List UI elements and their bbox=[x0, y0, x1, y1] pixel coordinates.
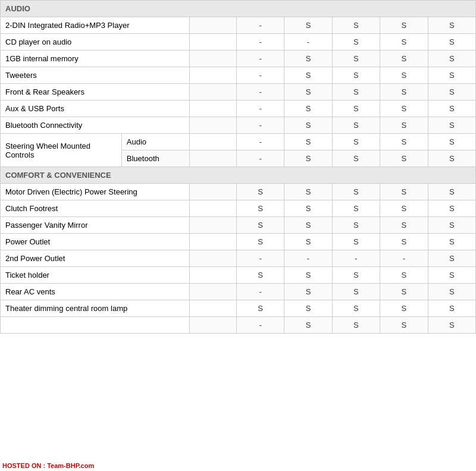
value-cell: S bbox=[428, 267, 475, 284]
value-cell: S bbox=[428, 101, 475, 117]
value-cell: S bbox=[332, 134, 380, 150]
table-row: Bluetooth Connectivity-SSSS bbox=[1, 117, 476, 134]
value-cell: S bbox=[332, 184, 380, 200]
blank-col bbox=[189, 317, 236, 334]
value-cell: S bbox=[332, 117, 380, 134]
blank-col bbox=[189, 217, 236, 234]
table-row: Rear AC vents-SSSS bbox=[1, 284, 476, 300]
value-cell: - bbox=[236, 317, 284, 334]
feature-name: Clutch Footrest bbox=[1, 200, 190, 217]
table-row: Steering Wheel Mounted ControlsAudio-SSS… bbox=[1, 134, 476, 150]
value-cell: S bbox=[284, 300, 332, 317]
value-cell: - bbox=[236, 34, 284, 51]
value-cell: S bbox=[380, 317, 428, 334]
blank-col bbox=[189, 117, 236, 134]
value-cell: S bbox=[284, 184, 332, 200]
value-cell: S bbox=[284, 84, 332, 101]
value-cell: - bbox=[236, 67, 284, 84]
value-cell: S bbox=[236, 184, 284, 200]
value-cell: S bbox=[428, 134, 475, 150]
value-cell: - bbox=[236, 117, 284, 134]
feature-name: 1GB internal memory bbox=[1, 51, 190, 67]
value-cell: S bbox=[380, 284, 428, 300]
value-cell: S bbox=[380, 150, 428, 167]
value-cell: S bbox=[332, 267, 380, 284]
feature-name: Motor Driven (Electric) Power Steering bbox=[1, 184, 190, 200]
value-cell: S bbox=[380, 267, 428, 284]
blank-col bbox=[189, 200, 236, 217]
value-cell: S bbox=[332, 234, 380, 250]
value-cell: S bbox=[284, 17, 332, 34]
table-row: 2nd Power Outlet----S bbox=[1, 250, 476, 267]
feature-name: Steering Wheel Mounted Controls bbox=[1, 134, 122, 167]
blank-col bbox=[189, 101, 236, 117]
feature-name: Bluetooth Connectivity bbox=[1, 117, 190, 134]
blank-col bbox=[189, 51, 236, 67]
value-cell: S bbox=[380, 200, 428, 217]
value-cell: S bbox=[428, 150, 475, 167]
table-row: 1GB internal memory-SSSS bbox=[1, 51, 476, 67]
blank-col bbox=[189, 300, 236, 317]
table-row: -SSSS bbox=[1, 317, 476, 334]
feature-name: Power Outlet bbox=[1, 234, 190, 250]
value-cell: S bbox=[380, 134, 428, 150]
blank-col bbox=[189, 34, 236, 51]
value-cell: S bbox=[284, 134, 332, 150]
blank-col bbox=[189, 267, 236, 284]
value-cell: - bbox=[236, 284, 284, 300]
value-cell: - bbox=[284, 250, 332, 267]
value-cell: S bbox=[428, 317, 475, 334]
value-cell: S bbox=[284, 51, 332, 67]
value-cell: S bbox=[284, 101, 332, 117]
value-cell: S bbox=[332, 51, 380, 67]
value-cell: S bbox=[284, 284, 332, 300]
feature-name bbox=[1, 317, 190, 334]
value-cell: S bbox=[284, 200, 332, 217]
table-row: Front & Rear Speakers-SSSS bbox=[1, 84, 476, 101]
value-cell: S bbox=[428, 51, 475, 67]
feature-name: Front & Rear Speakers bbox=[1, 84, 190, 101]
value-cell: S bbox=[284, 67, 332, 84]
value-cell: S bbox=[332, 150, 380, 167]
value-cell: - bbox=[284, 34, 332, 51]
value-cell: - bbox=[332, 250, 380, 267]
table-row: 2-DIN Integrated Radio+MP3 Player-SSSS bbox=[1, 17, 476, 34]
sub-feature-label: Bluetooth bbox=[121, 150, 189, 167]
value-cell: S bbox=[380, 51, 428, 67]
value-cell: - bbox=[236, 134, 284, 150]
table-row: Tweeters-SSSS bbox=[1, 67, 476, 84]
value-cell: S bbox=[332, 101, 380, 117]
table-row: Ticket holderSSSSS bbox=[1, 267, 476, 284]
feature-name: Theater dimming central room lamp bbox=[1, 300, 190, 317]
value-cell: - bbox=[236, 84, 284, 101]
feature-name: Ticket holder bbox=[1, 267, 190, 284]
value-cell: S bbox=[380, 84, 428, 101]
value-cell: S bbox=[428, 250, 475, 267]
table-row: Motor Driven (Electric) Power SteeringSS… bbox=[1, 184, 476, 200]
value-cell: S bbox=[284, 217, 332, 234]
value-cell: S bbox=[428, 300, 475, 317]
value-cell: S bbox=[428, 84, 475, 101]
value-cell: S bbox=[332, 17, 380, 34]
table-row: Passenger Vanity MirrorSSSSS bbox=[1, 217, 476, 234]
value-cell: S bbox=[332, 317, 380, 334]
blank-col bbox=[189, 17, 236, 34]
category-row: COMFORT & CONVENIENCE bbox=[1, 167, 476, 184]
value-cell: S bbox=[380, 217, 428, 234]
blank-col bbox=[189, 250, 236, 267]
value-cell: S bbox=[428, 200, 475, 217]
value-cell: S bbox=[380, 234, 428, 250]
blank-col bbox=[189, 234, 236, 250]
value-cell: S bbox=[236, 200, 284, 217]
value-cell: S bbox=[236, 234, 284, 250]
value-cell: S bbox=[380, 184, 428, 200]
value-cell: S bbox=[284, 117, 332, 134]
blank-col bbox=[189, 134, 236, 150]
value-cell: S bbox=[284, 267, 332, 284]
feature-name: 2-DIN Integrated Radio+MP3 Player bbox=[1, 17, 190, 34]
value-cell: - bbox=[236, 250, 284, 267]
value-cell: S bbox=[428, 284, 475, 300]
value-cell: S bbox=[380, 17, 428, 34]
value-cell: - bbox=[380, 250, 428, 267]
value-cell: S bbox=[236, 267, 284, 284]
